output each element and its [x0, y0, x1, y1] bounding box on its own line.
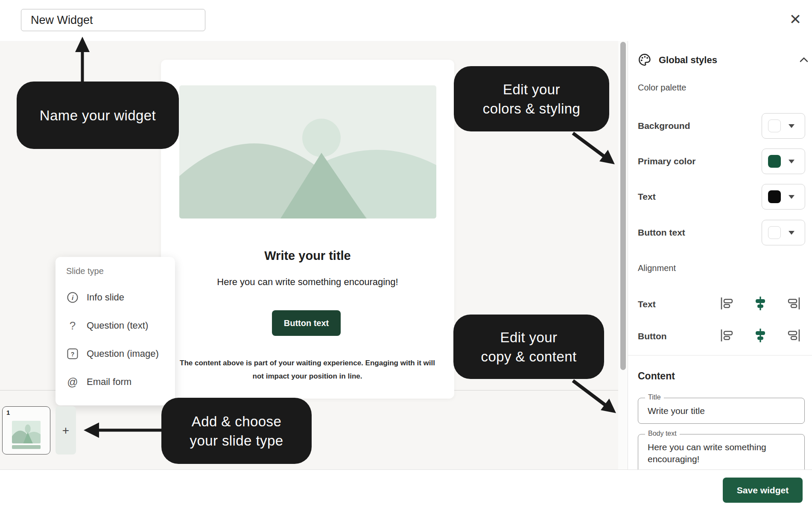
slide-number: 1 — [6, 409, 10, 416]
color-swatch — [768, 226, 781, 239]
align-left-icon[interactable] — [720, 296, 734, 311]
palette-icon — [638, 53, 651, 68]
align-center-icon[interactable] — [754, 328, 767, 343]
callout-edit-colors: Edit your colors & styling — [454, 66, 609, 131]
text-color-picker[interactable] — [762, 184, 805, 210]
widget-editor-window: ✕ Write your title Here you can write so… — [0, 0, 812, 507]
sidebar-divider — [628, 355, 812, 355]
caret-down-icon — [789, 124, 794, 128]
callout-text: Add & choose — [192, 412, 281, 431]
menu-item-label: Info slide — [87, 292, 124, 303]
content-section-title: Content — [638, 370, 675, 382]
menu-item-email-form[interactable]: @ Email form — [66, 371, 175, 393]
slide-preview-card: Write your title Here you can write some… — [161, 60, 454, 399]
preview-body-text[interactable]: Here you can write something encouraging… — [161, 277, 454, 288]
button-text-color-label: Button text — [638, 227, 685, 238]
menu-item-label: Question (image) — [87, 348, 159, 359]
body-field-label: Body text — [645, 430, 680, 437]
color-palette-label: Color palette — [638, 83, 686, 93]
menu-item-label: Question (text) — [87, 320, 148, 331]
background-label: Background — [638, 121, 690, 131]
preview-button[interactable]: Button text — [272, 310, 341, 336]
callout-text: Edit your — [503, 80, 560, 99]
question-image-icon: ? — [66, 347, 79, 360]
body-field-value: Here you can write something encouraging… — [638, 434, 804, 465]
add-slide-button[interactable]: + — [55, 406, 76, 455]
callout-edit-copy: Edit your copy & content — [453, 315, 604, 379]
slide-type-menu-label: Slide type — [66, 266, 175, 276]
callout-text: Edit your — [500, 328, 558, 347]
global-styles-title: Global styles — [659, 55, 717, 66]
menu-item-label: Email form — [87, 376, 131, 388]
menu-item-question-text[interactable]: ? Question (text) — [66, 315, 175, 337]
color-swatch — [768, 119, 781, 132]
widget-name-input[interactable] — [21, 9, 205, 31]
text-color-label: Text — [638, 192, 656, 202]
title-field-label: Title — [645, 393, 664, 401]
chevron-up-icon[interactable] — [799, 55, 809, 66]
color-swatch — [768, 190, 781, 203]
slide-type-menu: Slide type i Info slide ? Question (text… — [55, 257, 175, 405]
preview-disclaimer: The content above is part of your waitin… — [175, 356, 440, 383]
thumbnail-text-bar — [12, 445, 41, 449]
caret-down-icon — [789, 195, 794, 199]
save-widget-button[interactable]: Save widget — [723, 478, 803, 503]
styles-sidebar: Global styles Color palette Background P… — [628, 41, 812, 469]
button-text-color-picker[interactable] — [762, 220, 805, 245]
align-right-icon[interactable] — [787, 296, 800, 311]
color-swatch — [768, 155, 781, 168]
menu-item-info-slide[interactable]: i Info slide — [66, 286, 175, 309]
align-center-icon[interactable] — [754, 296, 767, 311]
footer-bar: Save widget — [0, 469, 812, 507]
align-right-icon[interactable] — [787, 328, 800, 343]
text-alignment-label: Text — [638, 299, 656, 309]
primary-color-picker[interactable] — [762, 149, 805, 174]
svg-text:?: ? — [71, 351, 75, 358]
callout-text: colors & styling — [483, 99, 580, 118]
button-alignment-label: Button — [638, 331, 667, 341]
close-icon[interactable]: ✕ — [785, 9, 806, 29]
align-left-icon[interactable] — [720, 328, 734, 343]
primary-color-label: Primary color — [638, 156, 695, 166]
title-field[interactable]: Title Write your title — [638, 398, 805, 424]
scrollbar-thumb[interactable] — [620, 42, 626, 370]
caret-down-icon — [789, 231, 794, 235]
info-icon: i — [66, 291, 79, 304]
svg-text:i: i — [72, 294, 74, 301]
alignment-label: Alignment — [638, 263, 676, 273]
callout-add-slide: Add & choose your slide type — [161, 398, 312, 464]
image-placeholder[interactable] — [179, 85, 436, 219]
placeholder-illustration — [179, 85, 436, 219]
thumbnail-image — [12, 421, 41, 443]
callout-text: copy & content — [481, 347, 577, 366]
at-icon: @ — [66, 376, 79, 388]
caret-down-icon — [789, 160, 794, 163]
background-color-picker[interactable] — [762, 113, 805, 139]
question-icon: ? — [66, 319, 79, 332]
callout-name-your-widget: Name your widget — [17, 82, 179, 149]
preview-title[interactable]: Write your title — [161, 249, 454, 263]
slide-thumbnail-1[interactable]: 1 — [2, 406, 50, 455]
menu-item-question-image[interactable]: ? Question (image) — [66, 343, 175, 365]
callout-text: your slide type — [190, 431, 283, 450]
callout-text: Name your widget — [40, 106, 156, 125]
